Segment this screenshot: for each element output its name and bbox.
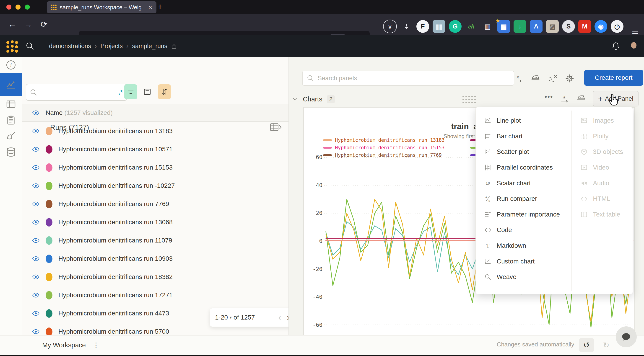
browser-extension-icon[interactable]: ▨ bbox=[546, 20, 559, 33]
add-panel-menu-item[interactable]: Weave bbox=[476, 269, 572, 285]
run-row[interactable]: Hyphomicrobium denitrificans run 18382 bbox=[22, 268, 288, 286]
run-row[interactable]: Hyphomicrobium denitrificans run 13068 bbox=[22, 213, 288, 231]
run-visibility-eye-icon[interactable] bbox=[32, 218, 40, 226]
reload-button[interactable]: ⟳ bbox=[40, 19, 48, 29]
close-window-button[interactable] bbox=[6, 4, 12, 9]
page-range[interactable]: 1-20 bbox=[215, 314, 228, 321]
workspace-kebab-menu-icon[interactable]: ⋮ bbox=[92, 341, 100, 349]
sidebar-item[interactable]: i bbox=[0, 57, 22, 73]
breadcrumb-project[interactable]: sample_runs bbox=[132, 43, 168, 50]
add-panel-menu-item[interactable]: Code bbox=[476, 222, 572, 238]
workspace-selector[interactable]: My Workspace bbox=[42, 342, 86, 349]
browser-extension-icon[interactable]: ▦ bbox=[497, 20, 510, 33]
run-visibility-eye-icon[interactable] bbox=[32, 310, 40, 317]
add-panel-menu-item[interactable]: Parameter importance bbox=[476, 207, 572, 222]
section-x-axis-icon[interactable]: x bbox=[560, 93, 570, 103]
undo-button[interactable]: ↺ bbox=[579, 338, 594, 352]
wandb-logo[interactable] bbox=[6, 41, 18, 53]
notifications-bell-icon[interactable] bbox=[611, 42, 620, 51]
browser-extension-icon[interactable]: F bbox=[416, 20, 429, 33]
create-report-button[interactable]: Create report bbox=[584, 70, 643, 86]
next-page-icon[interactable]: › bbox=[287, 313, 288, 323]
browser-extension-icon[interactable]: ⇣ bbox=[400, 20, 413, 33]
run-name[interactable]: Hyphomicrobium denitrificans run 17271 bbox=[58, 292, 173, 299]
run-visibility-eye-icon[interactable] bbox=[32, 255, 40, 263]
run-name[interactable]: Hyphomicrobium denitrificans run 11079 bbox=[58, 237, 172, 244]
new-tab-button[interactable]: + bbox=[157, 2, 162, 12]
run-visibility-eye-icon[interactable] bbox=[32, 182, 40, 190]
smoothing-iron-icon[interactable] bbox=[530, 73, 540, 82]
add-panel-menu-item[interactable]: 10 Scalar chart bbox=[476, 175, 572, 191]
page-size-caret-icon[interactable]: ▾ bbox=[230, 315, 232, 320]
browser-extension-icon[interactable]: ▥ bbox=[481, 20, 494, 33]
runs-table-header[interactable]: Name (1257 visualized) bbox=[22, 104, 288, 122]
add-panel-menu-item[interactable]: AB Run comparer bbox=[476, 191, 572, 207]
run-row[interactable]: Hyphomicrobium denitrificans run 13183 bbox=[22, 122, 288, 140]
run-row[interactable]: Hyphomicrobium denitrificans run 17271 bbox=[22, 286, 288, 304]
run-name[interactable]: Hyphomicrobium denitrificans run 13068 bbox=[58, 219, 173, 226]
add-panel-menu-item[interactable]: T Markdown bbox=[476, 238, 572, 254]
add-panel-menu-item[interactable]: Scatter plot bbox=[476, 144, 572, 160]
x-axis-settings-icon[interactable]: x bbox=[514, 73, 524, 82]
run-row[interactable]: Hyphomicrobium denitrificans run 15153 bbox=[22, 158, 288, 177]
section-more-menu-icon[interactable]: ••• bbox=[544, 93, 553, 101]
legend-entry[interactable]: Hyphomicrobium denitrificans run 13183 bbox=[323, 136, 444, 144]
redo-button[interactable]: ↻ bbox=[599, 338, 614, 352]
run-visibility-eye-icon[interactable] bbox=[32, 291, 40, 299]
browser-extension-icon[interactable]: A bbox=[530, 20, 542, 33]
run-name[interactable]: Hyphomicrobium denitrificans run 5700 bbox=[58, 328, 169, 335]
visibility-eye-icon[interactable] bbox=[32, 109, 40, 117]
run-row[interactable]: Hyphomicrobium denitrificans run 11079 bbox=[22, 231, 288, 250]
support-chat-button[interactable] bbox=[616, 326, 637, 347]
browser-extension-icon[interactable]: S bbox=[562, 20, 575, 33]
run-visibility-eye-icon[interactable] bbox=[32, 237, 40, 244]
zoom-window-button[interactable] bbox=[25, 4, 30, 9]
run-name[interactable]: Hyphomicrobium denitrificans run 18382 bbox=[58, 273, 173, 281]
collapse-section-chevron-icon[interactable] bbox=[292, 96, 298, 102]
run-visibility-eye-icon[interactable] bbox=[32, 328, 40, 335]
add-panel-menu-item[interactable]: Custom chart bbox=[476, 253, 572, 269]
browser-extension-icon[interactable]: ◷ bbox=[611, 20, 624, 33]
run-visibility-eye-icon[interactable] bbox=[32, 200, 40, 208]
pagination-control[interactable]: 1-20 ▾ of 1257 ‹ › bbox=[210, 308, 288, 327]
run-name[interactable]: Hyphomicrobium denitrificans run 10903 bbox=[58, 255, 173, 262]
run-row[interactable]: Hyphomicrobium denitrificans run 10903 bbox=[22, 250, 288, 268]
browser-extension-icon[interactable]: M bbox=[578, 20, 591, 33]
add-panel-menu-item[interactable]: Parallel coordinates bbox=[476, 160, 572, 175]
run-name[interactable]: Hyphomicrobium denitrificans run 15153 bbox=[58, 164, 173, 171]
browser-extension-icon[interactable]: ◉ bbox=[594, 20, 607, 33]
global-search-icon[interactable] bbox=[26, 42, 34, 50]
run-row[interactable]: Hyphomicrobium denitrificans run -10227 bbox=[22, 177, 288, 195]
minimize-window-button[interactable] bbox=[16, 4, 20, 9]
legend-entry[interactable]: Hyphomicrobium denitrificans run 15153 bbox=[323, 144, 444, 151]
browser-extension-icon[interactable]: ↓ bbox=[514, 20, 526, 33]
section-drag-handle-dots[interactable] bbox=[462, 96, 476, 103]
outliers-icon[interactable] bbox=[548, 73, 558, 82]
run-name[interactable]: Hyphomicrobium denitrificans run 10571 bbox=[58, 146, 173, 153]
regex-toggle-icon[interactable]: .* bbox=[118, 88, 123, 96]
run-visibility-eye-icon[interactable] bbox=[32, 273, 40, 281]
charts-section-title[interactable]: Charts bbox=[303, 95, 322, 103]
back-button[interactable]: ← bbox=[8, 19, 16, 29]
browser-extension-icon[interactable]: G bbox=[449, 20, 462, 33]
sort-runs-button[interactable] bbox=[158, 84, 171, 99]
browser-extension-icon[interactable]: ∨ bbox=[383, 19, 397, 33]
forward-button[interactable]: → bbox=[24, 19, 32, 29]
run-name[interactable]: Hyphomicrobium denitrificans run -10227 bbox=[58, 182, 175, 189]
breadcrumb-section[interactable]: Projects bbox=[100, 43, 123, 50]
close-tab-icon[interactable]: × bbox=[148, 3, 152, 11]
run-visibility-eye-icon[interactable] bbox=[32, 164, 40, 171]
run-name[interactable]: Hyphomicrobium denitrificans run 7769 bbox=[58, 200, 169, 208]
sidebar-item[interactable] bbox=[0, 96, 22, 112]
run-visibility-eye-icon[interactable] bbox=[32, 145, 40, 153]
section-smoothing-icon[interactable] bbox=[576, 93, 586, 103]
sidebar-item[interactable] bbox=[0, 73, 22, 96]
add-panel-menu-item[interactable]: Line plot bbox=[476, 113, 572, 129]
run-row[interactable]: Hyphomicrobium denitrificans run 7769 bbox=[22, 195, 288, 213]
run-name[interactable]: Hyphomicrobium denitrificans run 13183 bbox=[58, 127, 173, 135]
workspace-settings-gear-icon[interactable] bbox=[565, 73, 575, 82]
group-runs-button[interactable] bbox=[141, 84, 154, 99]
browser-extension-icon[interactable]: eh bbox=[465, 20, 478, 33]
runs-search-input[interactable]: .* bbox=[26, 84, 127, 101]
search-panels-input[interactable]: Search panels bbox=[302, 71, 514, 86]
